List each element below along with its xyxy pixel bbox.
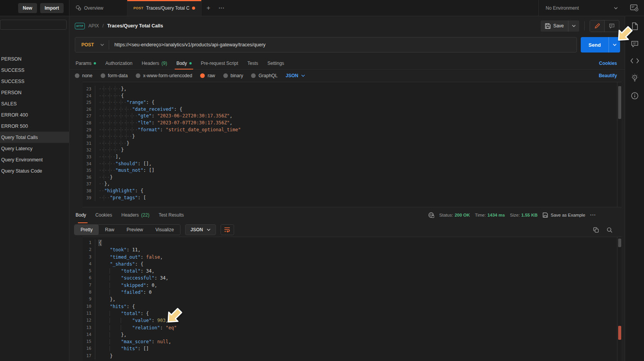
request-tab-body[interactable]: Body (172, 57, 196, 69)
environment-selector[interactable]: No Environment (538, 0, 625, 16)
request-tab-params[interactable]: Params (75, 57, 101, 69)
sidebar-item[interactable]: PERSON (0, 53, 69, 64)
environment-quick-look-icon[interactable] (625, 0, 644, 16)
comments-icon[interactable] (631, 40, 639, 48)
response-tab-headers[interactable]: Headers(22) (117, 207, 154, 223)
tab-strip-more-button[interactable]: ••• (215, 0, 228, 16)
sidebar-search-input[interactable] (0, 20, 67, 30)
beautify-link[interactable]: Beautify (599, 73, 617, 78)
method-url-box: POST https://<seu-endereço>/analytics/v1… (75, 37, 577, 53)
sidebar-item[interactable]: Query Latency (0, 143, 69, 154)
line-number: 17 (83, 353, 95, 359)
sidebar: ••• PERSONSUCCESSSUCCESSPERSONSALESERROR… (0, 16, 69, 361)
view-tab-preview[interactable]: Preview (120, 225, 149, 235)
documentation-icon[interactable] (631, 22, 638, 30)
response-tab-test-results[interactable]: Test Results (154, 207, 188, 223)
green-dot-icon (94, 62, 96, 64)
response-tab-label: Headers (121, 212, 139, 218)
sidebar-item[interactable]: Query Total Calls (0, 132, 69, 143)
comment-icon (609, 23, 615, 29)
copy-icon[interactable] (593, 227, 599, 233)
request-tab-authorization[interactable]: Authorization (101, 57, 137, 69)
view-tab-raw[interactable]: Raw (99, 225, 120, 235)
send-button-label: Send (581, 37, 609, 53)
request-body-editor[interactable]: 23········},24········{25··········"rang… (83, 82, 622, 207)
response-language-selector[interactable]: JSON (185, 224, 216, 235)
scrollbar-thumb-secondary[interactable] (618, 326, 621, 340)
body-mode-form-data[interactable]: form-data (101, 73, 128, 78)
breadcrumb-collection[interactable]: APIX (88, 23, 99, 29)
save-icon (545, 23, 551, 29)
response-tab-cookies[interactable]: Cookies (91, 207, 116, 223)
chevron-down-icon (301, 75, 305, 77)
response-editor-scrollbar (617, 237, 622, 361)
sidebar-item[interactable]: Query Status Code (0, 165, 69, 176)
line-number: 13 (83, 324, 95, 331)
import-button[interactable]: Import (40, 3, 64, 13)
response-more-button[interactable]: ••• (590, 213, 596, 217)
body-language-selector[interactable]: JSON (286, 73, 305, 78)
edit-button[interactable] (590, 20, 605, 32)
response-view-tabs: PrettyRawPreviewVisualize (74, 224, 180, 235)
send-button[interactable]: Send (581, 37, 620, 53)
scrollbar-thumb[interactable] (618, 86, 621, 119)
url-input[interactable]: https://<seu-endereço>/analytics/v1/prod… (109, 42, 271, 47)
line-number: 34 (83, 161, 95, 168)
line-number: 26 (83, 106, 95, 113)
body-mode-GraphQL[interactable]: GraphQL (251, 73, 277, 78)
new-tab-button[interactable]: + (202, 0, 215, 16)
size-value: 1.55 KB (521, 213, 538, 217)
request-tab-tests[interactable]: Tests (243, 57, 263, 69)
tab-request[interactable]: POSTTraces/Query Total C (127, 0, 202, 16)
breadcrumb-request-name[interactable]: Traces/Query Total Calls (107, 23, 163, 29)
sidebar-item[interactable]: SUCCESS (0, 76, 69, 87)
body-mode-raw[interactable]: raw (200, 73, 215, 78)
view-tab-pretty[interactable]: Pretty (74, 225, 99, 235)
insights-icon[interactable] (631, 74, 638, 82)
code-line: 33······], (83, 154, 622, 161)
cookies-link[interactable]: Cookies (599, 61, 617, 66)
tab-overview[interactable]: Overview (69, 0, 127, 16)
save-options-chevron[interactable] (568, 20, 579, 32)
request-tab-settings[interactable]: Settings (263, 57, 289, 69)
sidebar-item[interactable]: ERROR 500 (0, 120, 69, 132)
response-view-toolbar: PrettyRawPreviewVisualize JSON (69, 223, 625, 237)
code-icon[interactable] (631, 58, 639, 64)
request-panel: HTTP APIX / Traces/Query Total Calls Sav… (69, 16, 625, 361)
breadcrumb-separator: / (103, 23, 104, 29)
size-badge: Size: 1.55 KB (510, 213, 538, 217)
comment-button[interactable] (605, 20, 619, 32)
body-mode-none[interactable]: none (75, 73, 93, 78)
body-mode-label: raw (207, 73, 215, 78)
search-icon[interactable] (607, 227, 612, 233)
topbar: New Import OverviewPOSTTraces/Query Tota… (0, 0, 644, 16)
new-button[interactable]: New (18, 3, 37, 13)
response-tab-label: Test Results (158, 212, 184, 218)
sidebar-item[interactable]: ERROR 400 (0, 109, 69, 120)
line-number: 1 (83, 239, 95, 246)
sidebar-item[interactable]: SUCCESS (0, 64, 69, 76)
workspace-actions: New Import (0, 0, 69, 16)
sidebar-item[interactable]: Query Environment (0, 154, 69, 165)
line-number: 10 (83, 303, 95, 310)
response-body-editor[interactable]: 1{2 "took": 11,3 "timed_out": false,4 "_… (83, 237, 622, 361)
save-button-label: Save (553, 23, 564, 29)
wrap-lines-button[interactable] (221, 224, 234, 235)
sidebar-item[interactable]: SALES (0, 98, 69, 109)
method-chevron-icon[interactable] (100, 44, 104, 46)
send-options-chevron[interactable] (609, 37, 620, 53)
request-tab-headers[interactable]: Headers(9) (137, 57, 172, 69)
code-line: 13 "relation": "eq" (83, 324, 622, 331)
response-tab-body[interactable]: Body (75, 207, 91, 223)
sidebar-item[interactable]: PERSON (0, 87, 69, 98)
method-selector[interactable]: POST (75, 42, 100, 47)
save-button[interactable]: Save (541, 20, 579, 32)
body-mode-x-www-form-urlencoded[interactable]: x-www-form-urlencoded (136, 73, 192, 78)
view-tab-visualize[interactable]: Visualize (149, 225, 180, 235)
save-as-example-button[interactable]: Save as Example (543, 212, 585, 218)
code-line: 32········} (83, 147, 622, 154)
body-mode-binary[interactable]: binary (223, 73, 243, 78)
request-tab-pre-request-script[interactable]: Pre-request Script (196, 57, 243, 69)
scrollbar-thumb[interactable] (618, 239, 621, 247)
info-icon[interactable] (631, 92, 639, 100)
